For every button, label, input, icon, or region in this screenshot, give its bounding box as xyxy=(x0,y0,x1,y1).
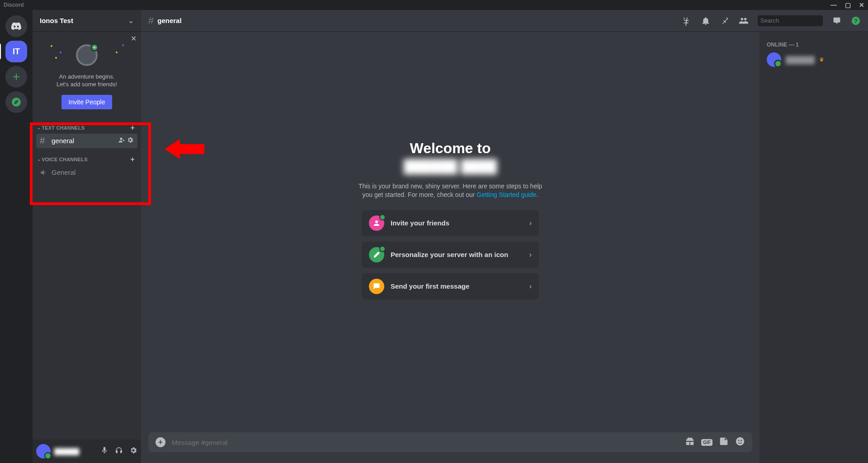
help-button[interactable]: ? xyxy=(851,16,861,26)
window-close-icon[interactable]: ✕ xyxy=(859,1,864,9)
search-input[interactable] xyxy=(760,17,836,24)
channel-label: general xyxy=(52,137,74,145)
hash-icon xyxy=(40,136,49,146)
card-label: Send your first message xyxy=(391,282,529,290)
window-minimize-icon[interactable]: — xyxy=(830,1,837,9)
chat-area: Welcome to ██████ ████ This is your bran… xyxy=(141,32,760,463)
card-label: Invite your friends xyxy=(391,219,529,227)
emoji-button[interactable] xyxy=(735,436,745,448)
svg-point-4 xyxy=(741,440,742,441)
welcome-title: Welcome to xyxy=(410,140,491,157)
hash-icon xyxy=(148,15,154,27)
member-name: ██████ xyxy=(786,56,815,64)
channel-general-text[interactable]: general xyxy=(36,134,137,148)
user-settings-button[interactable] xyxy=(129,446,137,456)
server-name: Ionos Test xyxy=(40,17,128,24)
getting-started-link[interactable]: Getting Started guide xyxy=(476,191,536,198)
chevron-down-icon: ⌄ xyxy=(37,157,41,162)
user-name: ██████ xyxy=(54,448,79,455)
plus-badge-icon xyxy=(90,43,99,51)
svg-text:?: ? xyxy=(854,17,858,24)
category-voice-channels[interactable]: ⌄ VOICE CHANNELS + xyxy=(36,148,137,165)
invite-people-button[interactable]: Invite People xyxy=(61,95,113,109)
avatar-placeholder-icon xyxy=(76,44,98,66)
channel-name: general xyxy=(157,17,181,24)
discord-logo-icon xyxy=(11,21,22,32)
category-label: VOICE CHANNELS xyxy=(42,157,87,162)
svg-point-3 xyxy=(738,440,740,441)
server-rail: IT xyxy=(0,10,33,463)
app-name: Discord xyxy=(4,2,24,8)
plus-icon xyxy=(11,71,22,82)
deafen-button[interactable] xyxy=(115,446,123,456)
member-avatar xyxy=(767,52,781,67)
notifications-button[interactable] xyxy=(701,16,711,26)
gif-button[interactable]: GIF xyxy=(701,439,712,446)
channel-sidebar: Ionos Test ⌄ ✕ An adventure begins. Let'… xyxy=(33,10,141,463)
card-invite-friends[interactable]: Invite your friends › xyxy=(362,210,539,236)
svg-point-2 xyxy=(736,437,744,445)
search-box[interactable] xyxy=(758,15,823,26)
chevron-right-icon: › xyxy=(529,219,532,227)
user-avatar[interactable] xyxy=(36,444,51,458)
add-text-channel[interactable]: + xyxy=(128,124,137,132)
threads-button[interactable] xyxy=(682,16,692,26)
gear-icon[interactable] xyxy=(127,136,134,145)
card-personalize-icon[interactable]: Personalize your server with an icon › xyxy=(362,242,539,268)
member-list: ONLINE — 1 ██████ ♛ xyxy=(760,32,868,463)
chevron-right-icon: › xyxy=(529,282,532,290)
home-button[interactable] xyxy=(5,15,27,37)
window-titlebar: Discord — ▢ ✕ xyxy=(0,0,868,10)
pinned-messages-button[interactable] xyxy=(720,16,730,26)
first-message-icon xyxy=(369,279,384,294)
server-header[interactable]: Ionos Test ⌄ xyxy=(33,10,141,32)
channel-list: ⌄ TEXT CHANNELS + general ⌄ VOICE CHANNE… xyxy=(33,117,141,183)
chevron-right-icon: › xyxy=(529,251,532,259)
inbox-button[interactable] xyxy=(832,16,842,26)
welcome-subtitle: This is your brand new, shiny server. He… xyxy=(355,182,545,199)
invite-text-line1: An adventure begins. xyxy=(40,73,134,81)
category-label: TEXT CHANNELS xyxy=(42,125,85,131)
server-initials: IT xyxy=(13,47,20,56)
member-row[interactable]: ██████ ♛ xyxy=(763,51,864,69)
message-input[interactable] xyxy=(172,439,679,446)
category-text-channels[interactable]: ⌄ TEXT CHANNELS + xyxy=(36,117,137,134)
sticker-button[interactable] xyxy=(719,436,729,448)
welcome-server-name: ██████ ████ xyxy=(404,159,497,174)
channel-header: general ? xyxy=(141,10,868,32)
create-invite-icon[interactable] xyxy=(118,136,125,145)
channel-label: General xyxy=(52,168,75,176)
compass-icon xyxy=(11,97,22,108)
window-maximize-icon[interactable]: ▢ xyxy=(845,1,851,9)
invite-card-art xyxy=(40,42,134,69)
channel-general-voice[interactable]: General xyxy=(36,165,137,180)
explore-servers-button[interactable] xyxy=(5,91,27,113)
chevron-down-icon: ⌄ xyxy=(37,125,41,130)
personalize-icon xyxy=(369,247,384,262)
invite-friends-icon xyxy=(369,215,384,231)
add-voice-channel[interactable]: + xyxy=(128,155,137,164)
server-ionos-test[interactable]: IT xyxy=(5,41,27,62)
speaker-icon xyxy=(40,168,49,177)
add-server-button[interactable] xyxy=(5,66,27,88)
invite-card: ✕ An adventure begins. Let's add some fr… xyxy=(33,32,141,117)
card-label: Personalize your server with an icon xyxy=(391,251,529,258)
card-first-message[interactable]: Send your first message › xyxy=(362,273,539,299)
server-owner-crown-icon: ♛ xyxy=(819,56,824,63)
member-list-toggle[interactable] xyxy=(739,16,749,26)
member-list-header: ONLINE — 1 xyxy=(763,39,864,51)
user-panel: ██████ xyxy=(33,440,141,463)
invite-text-line2: Let's add some friends! xyxy=(40,81,134,89)
welcome-screen: Welcome to ██████ ████ This is your bran… xyxy=(141,32,760,432)
main-area: general ? Welcome to ██████ ████ xyxy=(141,10,868,463)
chevron-down-icon: ⌄ xyxy=(128,16,134,25)
attach-button[interactable]: + xyxy=(156,437,165,447)
gift-button[interactable] xyxy=(685,436,695,448)
message-composer: + GIF xyxy=(141,432,760,463)
mute-mic-button[interactable] xyxy=(100,446,108,456)
